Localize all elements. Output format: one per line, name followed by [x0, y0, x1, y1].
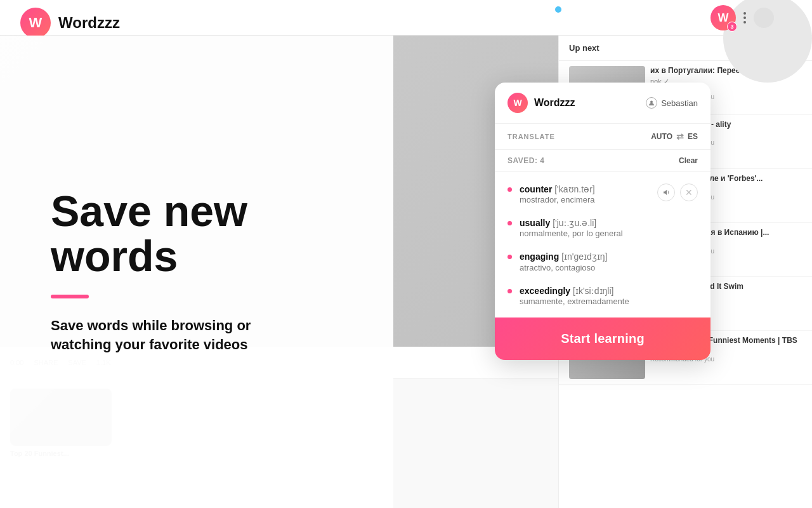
word-phonetic-1: ['kaʊn.tər] — [554, 184, 594, 194]
start-learning-button[interactable]: Start learning — [495, 318, 710, 360]
word-item-exceedingly: exceedingly [ɪk'siːdɪŋli] sumamente, ext… — [495, 279, 710, 312]
word-main-2: usually ['juː.ʒu.ə.li] — [520, 217, 690, 229]
word-content-2: usually ['juː.ʒu.ə.li] normalmente, por … — [520, 217, 690, 238]
remove-button-1[interactable]: ✕ — [680, 184, 698, 201]
word-term-2: usually — [520, 218, 550, 228]
word-phonetic-4: [ɪk'siːdɪŋli] — [573, 286, 613, 296]
popup-logo-icon: W — [508, 93, 528, 113]
word-translation-2: normalmente, por lo general — [520, 229, 690, 238]
translate-label: TRANSLATE — [508, 133, 555, 140]
word-dot-3 — [508, 255, 512, 259]
w-badge[interactable]: W 3 — [710, 5, 736, 30]
word-content-1: counter ['kaʊn.tər] mostrador, encimera — [520, 184, 650, 204]
svg-point-0 — [650, 101, 653, 104]
word-translation-1: mostrador, encimera — [520, 195, 650, 204]
main-heading: Save new words — [51, 189, 343, 279]
word-phonetic-2: ['juː.ʒu.ə.li] — [553, 218, 596, 228]
logo-text: Wordzzz — [58, 14, 120, 32]
popup-saved-bar: SAVED: 4 Clear — [495, 150, 710, 172]
popup-header: W Wordzzz Sebastian — [495, 83, 710, 124]
left-promo-panel: Save new words Save words while browsing… — [0, 36, 393, 508]
three-dots-menu[interactable] — [741, 10, 749, 26]
popup-logo-text: Wordzzz — [534, 97, 575, 109]
word-phonetic-3: [ɪn'geɪdʒɪŋ] — [561, 251, 607, 262]
wordzzz-popup-card: W Wordzzz Sebastian TRANSLATE AUTO ⇄ ES … — [495, 83, 710, 360]
badge-count: 3 — [727, 22, 737, 32]
popup-translate-bar: TRANSLATE AUTO ⇄ ES — [495, 124, 710, 150]
word-item-counter: counter ['kaʊn.tər] mostrador, encimera … — [495, 177, 710, 211]
word-term-3: engaging — [520, 251, 559, 262]
word-item-engaging: engaging [ɪn'geɪdʒɪŋ] atractivo, contagi… — [495, 244, 710, 278]
popup-words-list: counter ['kaʊn.tər] mostrador, encimera … — [495, 172, 710, 318]
user-icon — [646, 97, 657, 109]
yt-topbar: W Wordzzz — [0, 0, 812, 36]
notification-dot — [555, 6, 561, 13]
popup-username: Sebastian — [661, 98, 698, 108]
word-translation-3: atractivo, contagioso — [520, 263, 690, 272]
word-term-4: exceedingly — [520, 286, 570, 296]
word-actions-1: ✕ — [657, 184, 698, 201]
popup-cta: Start learning — [495, 318, 710, 360]
word-dot-1 — [508, 187, 512, 192]
popup-logo-area: W Wordzzz — [508, 93, 575, 113]
sub-text: Save words while browsing or watching yo… — [51, 316, 343, 356]
clear-button[interactable]: Clear — [679, 156, 698, 165]
word-dot-4 — [508, 289, 512, 293]
saved-label: SAVED: 4 — [508, 156, 544, 165]
word-main-3: engaging [ɪn'geɪdʒɪŋ] — [520, 251, 690, 262]
pink-divider — [51, 295, 89, 298]
word-main-1: counter ['kaʊn.tər] — [520, 184, 650, 195]
word-main-4: exceedingly [ɪk'siːdɪŋli] — [520, 285, 690, 297]
word-content-3: engaging [ɪn'geɪdʒɪŋ] atractivo, contagi… — [520, 251, 690, 272]
yt-user-avatar[interactable] — [754, 8, 774, 28]
swap-icon: ⇄ — [676, 131, 684, 142]
word-item-usually: usually ['juː.ʒu.ə.li] normalmente, por … — [495, 211, 710, 244]
yt-right-controls: W 3 — [710, 5, 774, 30]
lang-from: AUTO — [651, 132, 672, 141]
word-term-1: counter — [520, 184, 552, 194]
popup-user: Sebastian — [646, 97, 698, 109]
wordzzz-logo-area: W Wordzzz — [20, 8, 120, 38]
lang-to: ES — [688, 132, 698, 141]
lang-selector[interactable]: AUTO ⇄ ES — [651, 131, 698, 142]
word-content-4: exceedingly [ɪk'siːdɪŋli] sumamente, ext… — [520, 285, 690, 306]
word-translation-4: sumamente, extremadamente — [520, 297, 690, 306]
sound-button-1[interactable] — [657, 184, 675, 201]
logo-icon: W — [20, 8, 51, 38]
word-dot-2 — [508, 221, 512, 225]
